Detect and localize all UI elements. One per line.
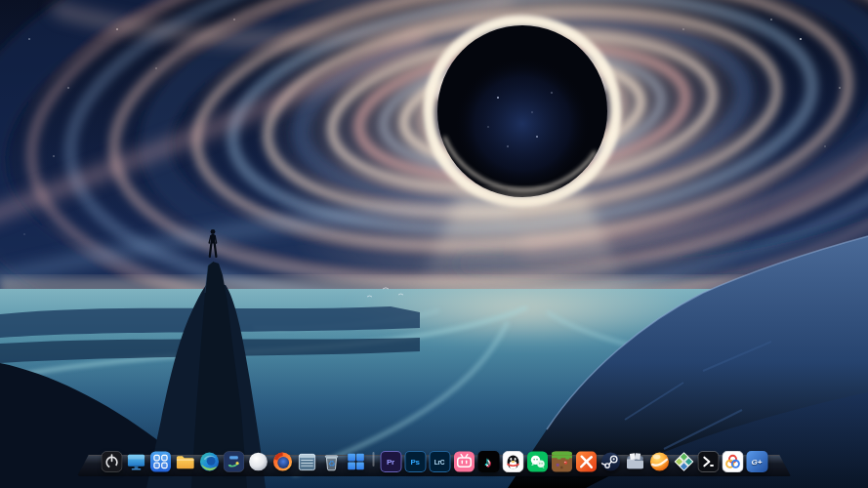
launcher-icon[interactable] bbox=[149, 451, 171, 472]
pixel-game-icon[interactable] bbox=[551, 451, 572, 472]
firefox-icon[interactable] bbox=[271, 451, 293, 472]
bilibili-icon[interactable] bbox=[453, 451, 475, 472]
dock-row: ♻ Pr Ps LrC ♪ bbox=[93, 451, 775, 476]
qq-icon[interactable] bbox=[502, 451, 523, 472]
dock: ♻ Pr Ps LrC ♪ bbox=[93, 451, 775, 476]
media-player-icon[interactable] bbox=[223, 451, 244, 472]
orange-utility-icon[interactable] bbox=[575, 451, 597, 472]
orange-sphere-icon[interactable] bbox=[648, 451, 670, 472]
dock-separator bbox=[372, 452, 374, 467]
this-pc-icon[interactable] bbox=[125, 451, 146, 472]
svg-text:♻: ♻ bbox=[327, 459, 335, 468]
steam-icon[interactable] bbox=[599, 451, 621, 472]
black-hole bbox=[437, 25, 607, 197]
dev-terminal-icon[interactable] bbox=[697, 451, 719, 472]
wallpaper bbox=[0, 0, 868, 488]
recycle-bin-icon[interactable]: ♻ bbox=[320, 451, 342, 472]
windows-icon[interactable] bbox=[345, 451, 366, 472]
diamond-tiles-icon[interactable] bbox=[673, 451, 694, 472]
cabinet-icon[interactable] bbox=[296, 451, 317, 472]
photoshop-label: Ps bbox=[410, 458, 419, 467]
desktop: ♻ Pr Ps LrC ♪ bbox=[0, 0, 868, 488]
white-sphere-icon[interactable] bbox=[247, 451, 269, 472]
g-plus-icon[interactable]: G+ bbox=[746, 451, 767, 472]
documents-folder-icon[interactable] bbox=[624, 451, 645, 472]
douyin-note-glyph: ♪ bbox=[485, 456, 492, 468]
file-explorer-icon[interactable] bbox=[174, 451, 195, 472]
premiere-label: Pr bbox=[387, 458, 394, 467]
edge-browser-icon[interactable] bbox=[198, 451, 220, 472]
wechat-icon[interactable] bbox=[526, 451, 548, 472]
lightroom-classic-icon[interactable]: LrC bbox=[429, 451, 450, 472]
lightroom-label: LrC bbox=[434, 459, 444, 466]
power-icon[interactable] bbox=[101, 451, 122, 472]
premiere-icon[interactable]: Pr bbox=[380, 451, 401, 472]
douyin-icon[interactable]: ♪ bbox=[477, 451, 499, 472]
photoshop-icon[interactable]: Ps bbox=[404, 451, 426, 472]
g-plus-label: G+ bbox=[752, 458, 763, 467]
tri-circles-icon[interactable] bbox=[722, 451, 743, 472]
